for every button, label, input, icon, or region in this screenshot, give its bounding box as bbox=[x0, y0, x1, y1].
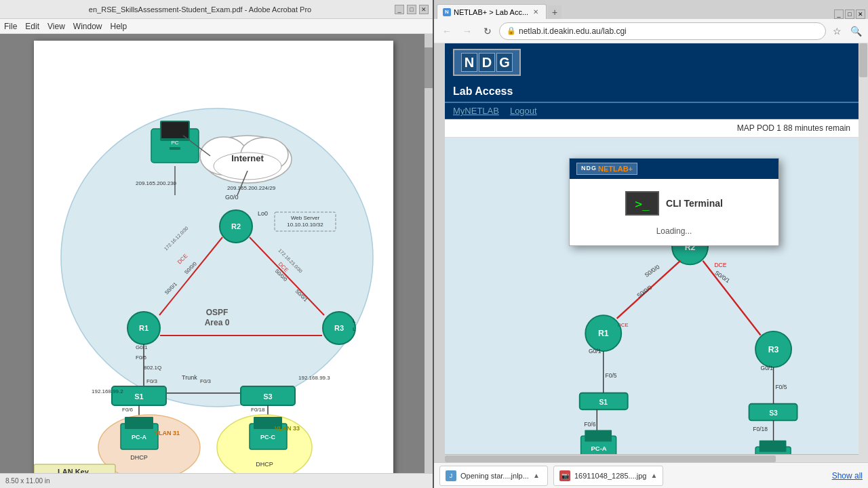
map-info-bar: MAP POD 1 88 minutes remain bbox=[445, 119, 859, 138]
dhcp2-label: DHCP bbox=[256, 461, 273, 468]
svg-rect-64 bbox=[760, 441, 787, 452]
s3-ip-label: 192.168.99.3 bbox=[298, 375, 330, 381]
svg-text:F0/5: F0/5 bbox=[775, 384, 787, 390]
s1-ip-label: 192.168.99.2 bbox=[92, 388, 123, 394]
svg-text:DCE: DCE bbox=[714, 262, 726, 268]
s3-f0-18-label: F0/18 bbox=[251, 407, 265, 413]
pc-c-label: PC-C bbox=[260, 434, 275, 441]
ndg-logo: N D G bbox=[453, 49, 521, 76]
svg-text:S3: S3 bbox=[769, 409, 778, 417]
browser-vertical-scrollbar[interactable] bbox=[859, 43, 868, 462]
pdf-viewer-panel: en_RSE_SkillsAssessment-Student_Exam.pdf… bbox=[0, 0, 434, 488]
refresh-button[interactable]: ↻ bbox=[479, 22, 496, 40]
tab-close-button[interactable]: ✕ bbox=[531, 7, 540, 17]
network-diagram-svg: Internet Internet PC 209.165.200.230 209… bbox=[34, 41, 393, 473]
search-icon[interactable]: 🔍 bbox=[848, 23, 864, 39]
svg-text:PC-A: PC-A bbox=[591, 445, 607, 452]
back-button[interactable]: ← bbox=[438, 22, 456, 40]
show-all-button[interactable]: Show all bbox=[832, 471, 863, 481]
browser-window-controls: _ □ ✕ bbox=[834, 9, 865, 19]
cli-terminal-icon: >_ bbox=[625, 191, 659, 216]
minimize-button[interactable]: _ bbox=[395, 5, 404, 14]
browser-download-bar: J Opening star....jnlp... ▲ 📷 16911048_1… bbox=[434, 462, 868, 488]
browser-scrollbar-thumb[interactable] bbox=[859, 43, 867, 77]
browser-horizontal-scrollbar[interactable] bbox=[445, 454, 859, 462]
g0-0-label: G0/0 bbox=[225, 194, 239, 201]
ndg-header: N D G bbox=[445, 43, 859, 81]
maximize-button[interactable]: □ bbox=[407, 5, 416, 14]
web-server-label: Web Server bbox=[291, 215, 319, 221]
browser-content-area: N D G Lab Access MyNETLAB Logout MAP POD… bbox=[434, 43, 868, 462]
menu-view[interactable]: View bbox=[47, 22, 65, 31]
tab-favicon: N bbox=[443, 8, 451, 16]
close-button[interactable]: ✕ bbox=[419, 5, 429, 14]
lan-key-label: LAN Key bbox=[58, 468, 90, 473]
f0-3-label-1: F0/3 bbox=[146, 378, 158, 384]
r1-f0-5-label: F0/5 bbox=[136, 354, 147, 361]
svg-text:F0/6: F0/6 bbox=[584, 421, 595, 428]
svg-line-40 bbox=[703, 261, 760, 336]
download-item-jpg[interactable]: 📷 16911048_1285....jpg ▲ bbox=[553, 466, 663, 486]
vlan-802-label: 802.1Q bbox=[144, 365, 161, 371]
jnlp-file-icon: J bbox=[446, 470, 456, 481]
cli-loading-text: Loading... bbox=[656, 226, 692, 236]
svg-text:S0/0/0: S0/0/0 bbox=[644, 264, 661, 279]
browser-main-content: N D G Lab Access MyNETLAB Logout MAP POD… bbox=[445, 43, 859, 462]
active-tab[interactable]: N NETLAB+ > Lab Acc... ✕ bbox=[437, 4, 547, 19]
svg-text:F0/5: F0/5 bbox=[606, 372, 617, 379]
browser-tab-bar: N NETLAB+ > Lab Acc... ✕ + _ □ ✕ bbox=[434, 0, 868, 19]
svg-rect-7 bbox=[161, 122, 189, 138]
svg-text:G0/1: G0/1 bbox=[761, 365, 774, 371]
r3-l2-label: L bbox=[353, 326, 356, 332]
cli-terminal-modal[interactable]: N D G NETLAB+ >_ CLI Terminal bbox=[569, 158, 779, 246]
s1-label: S1 bbox=[134, 392, 143, 401]
cli-modal-body: >_ CLI Terminal Loading... bbox=[570, 179, 778, 243]
svg-rect-8 bbox=[170, 147, 180, 150]
pdf-window-controls[interactable]: _ □ ✕ bbox=[395, 5, 429, 14]
ndg-letter-d: D bbox=[479, 53, 495, 72]
svg-text:S0/0/0: S0/0/0 bbox=[635, 284, 653, 299]
web-server-ip: 10.10.10.10/32 bbox=[287, 222, 323, 228]
new-tab-button[interactable]: + bbox=[548, 5, 561, 19]
tab-label: NETLAB+ > Lab Acc... bbox=[454, 8, 528, 16]
r1-label: R1 bbox=[139, 324, 149, 332]
ospf-area-label: Area 0 bbox=[205, 318, 230, 327]
ospf-label: OSPF bbox=[206, 308, 229, 317]
svg-text:G0/1: G0/1 bbox=[589, 348, 601, 354]
ip-label-2: 209.165.200.224/29 bbox=[227, 185, 276, 191]
lab-access-title: Lab Access bbox=[453, 85, 513, 97]
ip-label-1: 209.165.200.230 bbox=[136, 180, 177, 186]
ndg-letter-g: G bbox=[496, 53, 513, 72]
menu-edit[interactable]: Edit bbox=[25, 22, 39, 31]
browser-maximize[interactable]: □ bbox=[845, 9, 854, 19]
address-bar[interactable]: 🔒 netlab.it.deakin.edu.au/lab.cgi bbox=[499, 22, 826, 40]
logout-link[interactable]: Logout bbox=[510, 106, 537, 116]
s1-f0-6-label: F0/6 bbox=[122, 407, 134, 413]
browser-hscrollbar-thumb[interactable] bbox=[445, 455, 776, 462]
r3-label: R3 bbox=[334, 324, 344, 332]
svg-text:F0/18: F0/18 bbox=[753, 426, 768, 432]
menu-help[interactable]: Help bbox=[111, 22, 127, 31]
menu-file[interactable]: File bbox=[4, 22, 17, 31]
address-lock-icon: 🔒 bbox=[507, 26, 516, 35]
menu-window[interactable]: Window bbox=[73, 22, 102, 31]
jpg-filename: 16911048_1285....jpg bbox=[574, 472, 646, 480]
jpg-chevron-icon[interactable]: ▲ bbox=[650, 472, 657, 479]
browser-minimize[interactable]: _ bbox=[834, 9, 844, 19]
browser-close[interactable]: ✕ bbox=[856, 9, 865, 19]
vlan33-label: VLAN 33 bbox=[275, 425, 300, 432]
cli-modal-header: N D G NETLAB+ bbox=[570, 159, 778, 179]
svg-rect-28 bbox=[125, 417, 153, 429]
svg-text:DCE: DCE bbox=[618, 322, 629, 328]
mynetlab-link[interactable]: MyNETLAB bbox=[453, 106, 499, 116]
pdf-page: Internet Internet PC 209.165.200.230 209… bbox=[34, 41, 393, 473]
jnlp-filename: Opening star....jnlp... bbox=[460, 472, 529, 480]
svg-text:R3: R3 bbox=[768, 345, 779, 354]
trunk-label: Trunk bbox=[182, 374, 197, 381]
f0-3-label-2: F0/3 bbox=[200, 378, 212, 384]
lab-access-bar: Lab Access bbox=[445, 81, 859, 103]
jnlp-chevron-icon[interactable]: ▲ bbox=[533, 472, 540, 479]
forward-button[interactable]: → bbox=[458, 22, 476, 40]
download-item-jnlp[interactable]: J Opening star....jnlp... ▲ bbox=[439, 466, 548, 486]
bookmark-star-icon[interactable]: ☆ bbox=[829, 23, 845, 39]
